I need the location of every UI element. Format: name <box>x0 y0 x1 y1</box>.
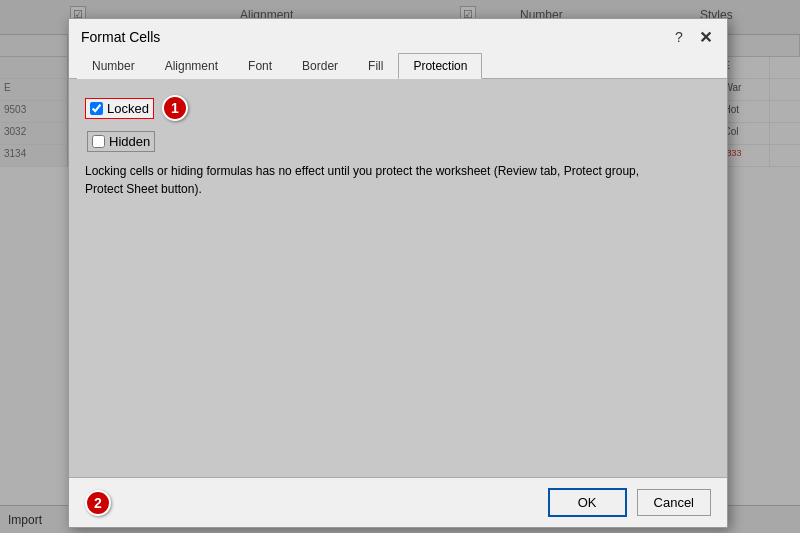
tab-number[interactable]: Number <box>77 53 150 79</box>
tab-alignment[interactable]: Alignment <box>150 53 233 79</box>
locked-label: Locked <box>107 101 149 116</box>
hidden-checkbox-container: Hidden <box>87 131 155 152</box>
tab-protection[interactable]: Protection <box>398 53 482 79</box>
dialog-footer: 2 OK Cancel <box>69 477 727 527</box>
tab-fill[interactable]: Fill <box>353 53 398 79</box>
hidden-label: Hidden <box>109 134 150 149</box>
protection-description: Locking cells or hiding formulas has no … <box>85 162 645 198</box>
footer-left: 2 <box>85 490 538 516</box>
tab-border[interactable]: Border <box>287 53 353 79</box>
dialog-body: Locked 1 Hidden Locking cells or hiding … <box>69 79 727 477</box>
badge-2: 2 <box>85 490 111 516</box>
ok-button[interactable]: OK <box>548 488 627 517</box>
hidden-row: Hidden <box>85 131 711 152</box>
cancel-button[interactable]: Cancel <box>637 489 711 516</box>
locked-row: Locked 1 <box>85 95 711 121</box>
locked-checkbox-container: Locked <box>85 98 154 119</box>
dialog-title: Format Cells <box>81 29 160 45</box>
hidden-checkbox[interactable] <box>92 135 105 148</box>
dialog-controls: ? ✕ <box>669 27 715 47</box>
locked-checkbox[interactable] <box>90 102 103 115</box>
tab-bar: Number Alignment Font Border Fill Protec… <box>69 53 727 79</box>
help-button[interactable]: ? <box>669 27 689 47</box>
footer-buttons: OK Cancel <box>548 488 711 517</box>
badge-1: 1 <box>162 95 188 121</box>
tab-font[interactable]: Font <box>233 53 287 79</box>
format-cells-dialog: Format Cells ? ✕ Number Alignment Font B… <box>68 18 728 528</box>
close-button[interactable]: ✕ <box>695 27 715 47</box>
dialog-titlebar: Format Cells ? ✕ <box>69 19 727 53</box>
